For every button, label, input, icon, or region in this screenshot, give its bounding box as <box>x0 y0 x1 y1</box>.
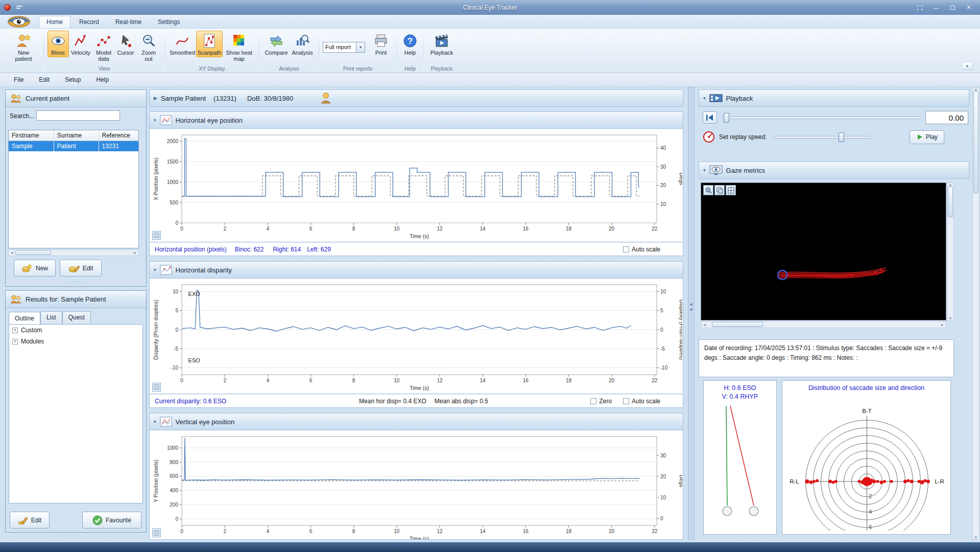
tab-record[interactable]: Record <box>71 16 107 28</box>
tab-outline[interactable]: Outline <box>9 312 40 324</box>
skip-to-start-button[interactable] <box>703 111 717 124</box>
viz-hscroll-thumb[interactable] <box>712 322 763 327</box>
model-data-button[interactable]: Model data <box>92 31 115 64</box>
new-patient-sidebar-button[interactable]: New <box>14 260 56 277</box>
patient-table: Firstname Surname Reference Sample Patie… <box>9 130 139 151</box>
collapse-section-icon[interactable]: ▾ <box>154 419 156 424</box>
tab-settings[interactable]: Settings <box>150 16 187 28</box>
current-patient-title: Current patient <box>26 95 69 102</box>
playback-panel-header[interactable]: ▾ Playback <box>699 89 969 107</box>
menu-help[interactable]: Help <box>88 74 116 86</box>
patient-group: New patient <box>4 30 43 73</box>
tab-real-time[interactable]: Real-time <box>108 16 149 28</box>
zoom-out-button[interactable]: Zoom out <box>136 31 161 64</box>
collapse-section-icon[interactable]: ▾ <box>703 96 706 101</box>
scroll-left-icon[interactable]: ◄ <box>9 251 15 255</box>
search-input[interactable] <box>36 110 120 121</box>
patient-row-selected[interactable]: Sample Patient 13231 <box>9 141 138 152</box>
tree-item-custom[interactable]: + Custom <box>9 325 142 336</box>
viz-vscrollbar[interactable]: ▲ ▼ <box>947 182 954 320</box>
copy-chart-button[interactable] <box>152 528 161 537</box>
print-button[interactable]: Print <box>369 31 393 57</box>
layers-tool-button[interactable] <box>714 185 725 195</box>
hscroll-thumb[interactable] <box>15 250 51 255</box>
menu-edit[interactable]: Edit <box>31 74 57 86</box>
scroll-down-icon[interactable]: ▼ <box>947 316 954 320</box>
col-surname[interactable]: Surname <box>54 130 99 141</box>
scroll-up-icon[interactable]: ▲ <box>947 183 954 187</box>
copy-chart-button[interactable] <box>152 231 161 240</box>
autoscale-checkbox[interactable] <box>623 246 629 252</box>
disparity-panel-header[interactable]: ▾ Horizontal disparity <box>149 261 683 279</box>
collapse-section-icon[interactable]: ▾ <box>703 168 706 173</box>
collapse-ribbon-button[interactable]: ▴ <box>962 61 973 70</box>
menu-setup[interactable]: Setup <box>57 74 88 86</box>
zero-label: Zero <box>599 398 612 405</box>
copy-chart-button[interactable] <box>152 383 161 392</box>
playback-position-slider[interactable] <box>722 117 920 119</box>
favourite-button[interactable]: Favourite <box>82 512 141 528</box>
right-vscroll-thumb[interactable] <box>973 91 978 193</box>
close-button[interactable]: ✕ <box>962 3 976 12</box>
playback-slider-thumb[interactable] <box>724 113 729 123</box>
cursor-button[interactable]: Cursor <box>115 31 136 57</box>
scanpath-button[interactable]: Scanpath <box>196 31 223 57</box>
binoc-button[interactable]: Binoc <box>47 31 69 57</box>
vertical-position-panel-header[interactable]: ▾ Vertical eye position <box>149 413 683 430</box>
show-heat-map-button[interactable]: Show heat map <box>223 31 255 64</box>
compare-button[interactable]: Compare <box>263 31 290 57</box>
scroll-right-icon[interactable]: ► <box>132 251 138 255</box>
splitter-collapse-icon[interactable]: ◄◄ <box>689 302 693 312</box>
analysis-button[interactable]: Analysis <box>290 31 315 57</box>
new-patient-button[interactable]: New patient <box>7 31 40 64</box>
new-button-label: New <box>36 265 48 272</box>
scroll-down-icon[interactable]: ▼ <box>973 536 979 539</box>
play-button[interactable]: Play <box>910 130 944 144</box>
dropdown-arrow-icon[interactable]: ▼ <box>356 42 365 53</box>
tree-expand-icon[interactable]: + <box>12 328 18 333</box>
expand-row-icon[interactable]: ▶ <box>154 96 157 101</box>
tab-home[interactable]: Home <box>39 16 70 28</box>
customize-toolbar-icon[interactable] <box>16 5 23 11</box>
replay-speed-slider[interactable] <box>774 136 871 139</box>
gaze-visualization-canvas[interactable] <box>701 182 946 320</box>
grid-tool-button[interactable] <box>726 185 736 195</box>
replay-speed-thumb[interactable] <box>839 132 844 142</box>
viz-hscrollbar[interactable]: ◄ ► <box>701 321 946 328</box>
autoscale-checkbox[interactable] <box>623 398 629 404</box>
edit-results-button[interactable]: Edit <box>10 512 50 528</box>
scroll-right-icon[interactable]: ► <box>939 323 946 327</box>
tree-item-modules[interactable]: + Modules <box>9 336 142 347</box>
col-firstname[interactable]: Firstname <box>9 130 54 141</box>
menu-file[interactable]: File <box>6 74 31 86</box>
gaze-metrics-panel-header[interactable]: ▾ Gaze metrics <box>699 162 969 179</box>
minimize-button[interactable]: — <box>929 3 943 12</box>
tab-quest[interactable]: Quest <box>62 311 91 324</box>
zero-checkbox[interactable] <box>590 398 596 404</box>
horizontal-position-panel-header[interactable]: ▾ Horizontal eye position <box>149 111 683 129</box>
report-type-dropdown[interactable]: Full report ▼ <box>323 42 365 53</box>
collapse-section-icon[interactable]: ▾ <box>154 267 156 272</box>
velocity-button[interactable]: Velocity <box>69 31 92 57</box>
maximize-button[interactable] <box>945 3 960 12</box>
tree-expand-icon[interactable]: + <box>12 339 18 344</box>
right-panel-vscrollbar[interactable]: ▲ ▼ <box>972 87 979 540</box>
smoothed-button[interactable]: Smoothed <box>169 31 196 57</box>
svg-text:2: 2 <box>223 528 226 534</box>
zoom-in-tool-button[interactable] <box>703 185 713 195</box>
svg-text:12: 12 <box>437 528 443 534</box>
column-splitter[interactable]: ◄◄ <box>688 87 695 540</box>
panel-splitter[interactable]: ······· <box>6 279 147 285</box>
fit-screen-button[interactable] <box>913 3 927 12</box>
tab-list[interactable]: List <box>40 311 62 324</box>
edit-patient-button[interactable]: Edit <box>60 260 102 277</box>
collapse-section-icon[interactable]: ▾ <box>154 118 156 123</box>
col-reference[interactable]: Reference <box>99 130 138 141</box>
application-menu-button[interactable] <box>7 16 31 28</box>
patient-table-hscrollbar[interactable]: ◄ ► <box>8 249 139 256</box>
help-button[interactable]: ? Help <box>400 31 420 57</box>
playback-button[interactable]: Playback <box>427 31 456 57</box>
viz-vscroll-thumb[interactable] <box>948 187 953 217</box>
scroll-left-icon[interactable]: ◄ <box>701 323 708 327</box>
scroll-up-icon[interactable]: ▲ <box>973 87 979 91</box>
